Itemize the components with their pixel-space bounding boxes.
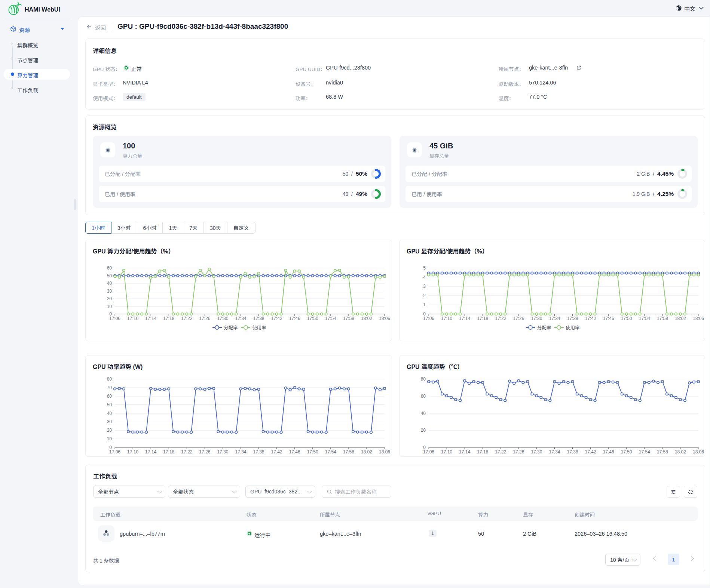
svg-text:17:42: 17:42 bbox=[585, 316, 596, 321]
svg-text:17:18: 17:18 bbox=[477, 449, 488, 455]
svg-text:17:22: 17:22 bbox=[181, 316, 192, 321]
svg-text:20: 20 bbox=[107, 296, 112, 301]
svg-text:18:06: 18:06 bbox=[693, 449, 704, 455]
svg-text:17:50: 17:50 bbox=[307, 316, 318, 321]
svg-text:17:30: 17:30 bbox=[217, 449, 228, 455]
svg-text:17:06: 17:06 bbox=[109, 316, 120, 321]
svg-text:18:06: 18:06 bbox=[379, 449, 390, 455]
svg-text:17:26: 17:26 bbox=[199, 316, 210, 321]
svg-text:17:54: 17:54 bbox=[639, 449, 650, 455]
svg-text:17:22: 17:22 bbox=[495, 316, 506, 321]
svg-text:17:58: 17:58 bbox=[657, 316, 668, 321]
svg-text:17:06: 17:06 bbox=[423, 449, 434, 455]
svg-text:17:38: 17:38 bbox=[253, 316, 264, 321]
svg-text:17:58: 17:58 bbox=[343, 316, 354, 321]
svg-text:分配率: 分配率 bbox=[224, 325, 238, 330]
svg-text:17:58: 17:58 bbox=[343, 449, 354, 455]
svg-text:50: 50 bbox=[107, 402, 112, 407]
svg-text:17:10: 17:10 bbox=[441, 449, 452, 455]
svg-text:17:18: 17:18 bbox=[163, 449, 174, 455]
svg-text:40: 40 bbox=[107, 281, 112, 286]
svg-text:使用率: 使用率 bbox=[252, 325, 266, 330]
svg-text:17:54: 17:54 bbox=[325, 449, 336, 455]
svg-text:18:02: 18:02 bbox=[361, 449, 372, 455]
svg-text:70: 70 bbox=[107, 385, 112, 390]
svg-text:17:46: 17:46 bbox=[289, 316, 300, 321]
svg-text:17:46: 17:46 bbox=[603, 316, 614, 321]
svg-text:17:22: 17:22 bbox=[181, 449, 192, 455]
svg-text:17:34: 17:34 bbox=[549, 316, 560, 321]
svg-text:5: 5 bbox=[423, 265, 426, 271]
svg-text:17:54: 17:54 bbox=[639, 316, 650, 321]
svg-text:80: 80 bbox=[421, 376, 426, 382]
svg-text:40: 40 bbox=[421, 411, 426, 416]
svg-text:17:34: 17:34 bbox=[235, 316, 246, 321]
svg-text:20: 20 bbox=[107, 428, 112, 433]
svg-text:80: 80 bbox=[107, 376, 112, 382]
svg-text:17:06: 17:06 bbox=[423, 316, 434, 321]
svg-text:17:14: 17:14 bbox=[459, 449, 470, 455]
svg-text:10: 10 bbox=[107, 436, 112, 441]
svg-text:17:34: 17:34 bbox=[235, 449, 246, 455]
svg-text:40: 40 bbox=[107, 411, 112, 416]
svg-text:1: 1 bbox=[423, 302, 426, 307]
svg-text:17:46: 17:46 bbox=[603, 449, 614, 455]
svg-text:使用率: 使用率 bbox=[566, 325, 580, 330]
svg-text:17:10: 17:10 bbox=[127, 449, 138, 455]
svg-text:17:30: 17:30 bbox=[531, 449, 542, 455]
svg-text:分配率: 分配率 bbox=[537, 325, 551, 330]
svg-text:17:54: 17:54 bbox=[325, 316, 336, 321]
svg-text:17:30: 17:30 bbox=[217, 316, 228, 321]
svg-text:17:34: 17:34 bbox=[549, 449, 560, 455]
svg-text:50: 50 bbox=[107, 273, 112, 278]
svg-text:17:26: 17:26 bbox=[199, 449, 210, 455]
svg-text:17:38: 17:38 bbox=[567, 449, 578, 455]
svg-text:17:18: 17:18 bbox=[163, 316, 174, 321]
svg-text:17:26: 17:26 bbox=[513, 449, 524, 455]
svg-text:17:14: 17:14 bbox=[459, 316, 470, 321]
svg-text:18:06: 18:06 bbox=[379, 316, 390, 321]
svg-text:17:42: 17:42 bbox=[271, 449, 282, 455]
svg-text:17:10: 17:10 bbox=[127, 316, 138, 321]
svg-text:30: 30 bbox=[107, 289, 112, 294]
svg-text:17:10: 17:10 bbox=[441, 316, 452, 321]
svg-text:17:50: 17:50 bbox=[307, 449, 318, 455]
svg-text:17:58: 17:58 bbox=[657, 449, 668, 455]
svg-text:17:18: 17:18 bbox=[477, 316, 488, 321]
svg-text:4: 4 bbox=[423, 275, 426, 280]
svg-text:17:30: 17:30 bbox=[531, 316, 542, 321]
svg-text:17:14: 17:14 bbox=[145, 316, 156, 321]
svg-text:2: 2 bbox=[423, 293, 426, 298]
svg-text:60: 60 bbox=[107, 265, 112, 271]
svg-text:17:38: 17:38 bbox=[567, 316, 578, 321]
svg-text:60: 60 bbox=[421, 394, 426, 399]
svg-text:18:02: 18:02 bbox=[675, 316, 686, 321]
svg-text:10: 10 bbox=[107, 304, 112, 309]
svg-text:17:14: 17:14 bbox=[145, 449, 156, 455]
svg-text:18:02: 18:02 bbox=[361, 316, 372, 321]
svg-text:17:22: 17:22 bbox=[495, 449, 506, 455]
svg-text:18:02: 18:02 bbox=[675, 449, 686, 455]
svg-text:17:46: 17:46 bbox=[289, 449, 300, 455]
svg-text:18:06: 18:06 bbox=[693, 316, 704, 321]
svg-text:17:42: 17:42 bbox=[585, 449, 596, 455]
svg-text:17:42: 17:42 bbox=[271, 316, 282, 321]
svg-text:17:38: 17:38 bbox=[253, 449, 264, 455]
svg-text:17:50: 17:50 bbox=[621, 449, 632, 455]
svg-text:17:06: 17:06 bbox=[109, 449, 120, 455]
svg-text:3: 3 bbox=[423, 284, 426, 289]
svg-text:17:50: 17:50 bbox=[621, 316, 632, 321]
svg-text:30: 30 bbox=[107, 419, 112, 424]
svg-text:60: 60 bbox=[107, 394, 112, 399]
svg-text:20: 20 bbox=[421, 428, 426, 433]
svg-text:17:26: 17:26 bbox=[513, 316, 524, 321]
